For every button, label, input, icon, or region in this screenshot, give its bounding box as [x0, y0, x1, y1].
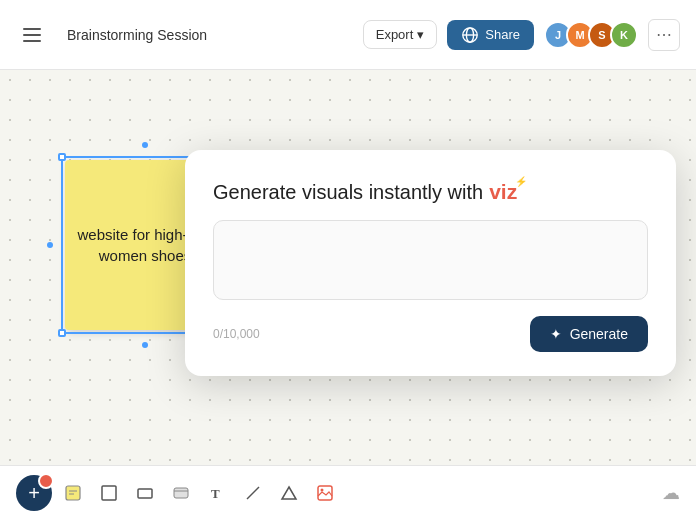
image-tool[interactable]: [310, 478, 340, 508]
generate-button[interactable]: ✦ Generate: [530, 316, 648, 352]
svg-rect-3: [66, 486, 80, 500]
triangle-tool-icon: [280, 484, 298, 502]
card-tool[interactable]: [166, 478, 196, 508]
line-tool[interactable]: [238, 478, 268, 508]
triangle-tool[interactable]: [274, 478, 304, 508]
text-tool-icon: T: [208, 484, 226, 502]
shape-tool[interactable]: [130, 478, 160, 508]
export-button[interactable]: Export ▾: [363, 20, 438, 49]
svg-text:T: T: [211, 486, 220, 501]
line-tool-icon: [244, 484, 262, 502]
share-button[interactable]: Share: [447, 20, 534, 50]
avatar-4: K: [610, 21, 638, 49]
title-prefix: Generate visuals instantly with: [213, 181, 483, 204]
generate-panel-title: Generate visuals instantly with viz: [213, 180, 648, 204]
viz-brand: viz: [489, 180, 517, 204]
sticky-tool-icon: [64, 484, 82, 502]
collaborators-avatars: J M S K: [544, 21, 638, 49]
share-label: Share: [485, 27, 520, 42]
add-button[interactable]: +: [16, 475, 52, 511]
generate-panel: Generate visuals instantly with viz 0/10…: [185, 150, 676, 376]
frame-tool-icon: [100, 484, 118, 502]
char-count: 0/10,000: [213, 327, 260, 341]
prompt-textarea[interactable]: [213, 220, 648, 300]
text-tool[interactable]: T: [202, 478, 232, 508]
top-toolbar: Export ▾ Share J M S K ⋯: [0, 0, 696, 70]
svg-point-14: [321, 489, 324, 492]
svg-rect-6: [102, 486, 116, 500]
connect-handle-left[interactable]: [47, 242, 53, 248]
globe-icon: [461, 26, 479, 44]
panel-footer: 0/10,000 ✦ Generate: [213, 316, 648, 352]
connect-handle-top[interactable]: [142, 142, 148, 148]
more-options-button[interactable]: ⋯: [648, 19, 680, 51]
cloud-icon: ☁: [662, 482, 680, 504]
connect-handle-bottom[interactable]: [142, 342, 148, 348]
shape-tool-icon: [136, 484, 154, 502]
svg-marker-12: [282, 487, 296, 499]
card-tool-icon: [172, 484, 190, 502]
hamburger-icon: [23, 28, 41, 42]
export-label: Export: [376, 27, 414, 42]
svg-rect-7: [138, 489, 152, 498]
resize-handle-tl[interactable]: [58, 153, 66, 161]
sticky-tool[interactable]: [58, 478, 88, 508]
svg-rect-8: [174, 488, 188, 498]
resize-handle-bl[interactable]: [58, 329, 66, 337]
image-tool-icon: [316, 484, 334, 502]
svg-line-11: [247, 487, 259, 499]
frame-tool[interactable]: [94, 478, 124, 508]
menu-button[interactable]: [16, 19, 48, 51]
sparkle-icon: ✦: [550, 326, 562, 342]
chevron-down-icon: ▾: [417, 27, 424, 42]
canvas[interactable]: website for high-end women shoes Generat…: [0, 70, 696, 465]
generate-label: Generate: [570, 326, 628, 342]
bottom-toolbar: + T: [0, 465, 696, 520]
document-title[interactable]: [58, 22, 251, 48]
